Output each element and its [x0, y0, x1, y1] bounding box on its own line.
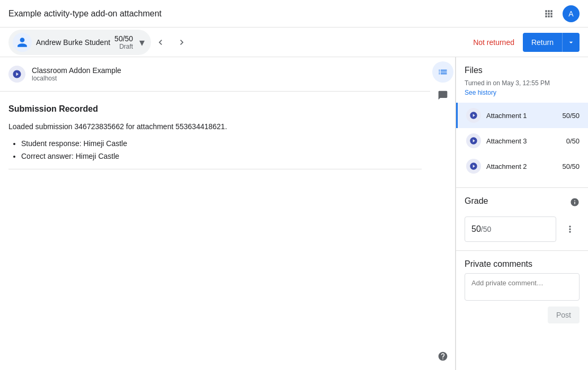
student-selector[interactable]: Andrew Burke Student 50/50 Draft ▾ — [8, 30, 151, 55]
attachment-item[interactable]: Attachment 2 50/50 — [456, 154, 588, 179]
attachment-name: Attachment 3 — [486, 137, 527, 145]
right-panel: Files Turned in on May 3, 12:55 PM See h… — [456, 57, 588, 370]
student-info: Andrew Burke Student 50/50 Draft ▾ — [8, 30, 151, 55]
attachment-list: Attachment 1 50/50 Attachment 3 0/50 — [456, 103, 588, 179]
attachment-score: 50/50 — [562, 163, 580, 170]
content-divider — [8, 169, 422, 169]
comments-divider — [456, 250, 588, 251]
avatar[interactable]: A — [563, 5, 580, 22]
student-avatar — [13, 33, 32, 52]
list-icon — [438, 67, 448, 77]
attachment-icon — [466, 108, 481, 123]
attachment-name: Attachment 1 — [486, 112, 527, 120]
addon-sub: localhost — [32, 75, 121, 82]
submission-title: Submission Recorded — [8, 104, 422, 114]
student-nav — [151, 33, 191, 52]
help-icon — [438, 351, 448, 362]
top-bar-icons: A — [539, 4, 580, 23]
not-returned-label: Not returned — [473, 38, 514, 47]
grade-input[interactable]: 50 /50 — [465, 216, 556, 242]
addon-name: Classroom Addon Example — [32, 66, 121, 75]
tab-comments[interactable] — [432, 85, 453, 106]
student-bar: Andrew Burke Student 50/50 Draft ▾ Not r… — [0, 28, 588, 57]
chevron-right-icon — [176, 37, 187, 48]
apps-icon-button[interactable] — [539, 4, 558, 23]
comments-section: Private comments Post — [465, 259, 580, 323]
grade-input-row: 50 /50 — [465, 216, 580, 242]
list-item: Student response: Himeji Castle — [21, 139, 422, 148]
next-student-button[interactable] — [172, 33, 191, 52]
submission-body: Loaded submission 346723835662 for attac… — [8, 122, 422, 131]
files-section-title: Files — [465, 66, 580, 75]
grade-header: Grade — [465, 196, 580, 210]
attachment-icon — [466, 159, 481, 174]
post-button[interactable]: Post — [548, 306, 580, 323]
prev-student-button[interactable] — [151, 33, 170, 52]
list-item: Correct answer: Himeji Castle — [21, 152, 422, 160]
content-area: Classroom Addon Example localhost Submis… — [0, 57, 430, 370]
private-comment-input[interactable] — [465, 273, 580, 301]
grade-info-button[interactable] — [570, 197, 580, 210]
addon-header: Classroom Addon Example localhost — [0, 57, 430, 92]
return-button[interactable]: Return — [523, 33, 562, 52]
main-layout: Classroom Addon Example localhost Submis… — [0, 57, 588, 370]
dropdown-arrow-icon: ▾ — [139, 36, 145, 49]
tab-files[interactable] — [432, 61, 453, 83]
return-dropdown-arrow-icon — [567, 38, 575, 47]
top-bar: Example activity-type add-on attachment … — [0, 0, 588, 28]
return-dropdown-button[interactable] — [562, 33, 580, 52]
info-icon — [570, 197, 580, 207]
more-vert-icon — [565, 224, 575, 234]
grade-divider — [456, 187, 588, 188]
return-area: Not returned Return — [473, 33, 580, 52]
see-history-link[interactable]: See history — [465, 89, 580, 96]
chevron-left-icon — [155, 37, 166, 48]
sidebar-tabs — [430, 57, 456, 370]
attachment-item[interactable]: Attachment 1 50/50 — [456, 103, 588, 128]
comment-icon — [438, 90, 448, 101]
page-title: Example activity-type add-on attachment — [8, 9, 162, 19]
apps-icon — [544, 8, 554, 19]
attachment-score: 0/50 — [566, 137, 580, 145]
attachment-left: Attachment 1 — [466, 108, 527, 123]
grade-menu-button[interactable] — [560, 220, 580, 239]
grade-section-title: Grade — [465, 196, 488, 206]
post-btn-row: Post — [465, 306, 580, 323]
attachment-name: Attachment 2 — [486, 163, 527, 170]
turned-in-label: Turned in on May 3, 12:55 PM — [465, 79, 580, 87]
attachment-left: Attachment 3 — [466, 133, 527, 148]
help-button[interactable] — [433, 347, 452, 366]
submission-content: Submission Recorded Loaded submission 34… — [0, 92, 430, 182]
student-grade-info: 50/50 Draft — [114, 34, 133, 50]
attachment-left: Attachment 2 — [466, 159, 527, 174]
grade-value: 50 — [471, 224, 481, 234]
draft-label: Draft — [119, 43, 133, 50]
addon-icon — [8, 66, 25, 83]
private-comments-title: Private comments — [465, 259, 580, 269]
attachment-score: 50/50 — [562, 112, 580, 120]
grade-max: /50 — [481, 225, 491, 233]
attachment-item[interactable]: Attachment 3 0/50 — [456, 128, 588, 154]
student-name: Andrew Burke Student — [36, 38, 110, 47]
student-grade-display: 50/50 — [114, 34, 133, 43]
attachment-icon — [466, 133, 481, 148]
submission-list: Student response: Himeji Castle Correct … — [8, 139, 422, 160]
addon-details: Classroom Addon Example localhost — [32, 66, 121, 82]
